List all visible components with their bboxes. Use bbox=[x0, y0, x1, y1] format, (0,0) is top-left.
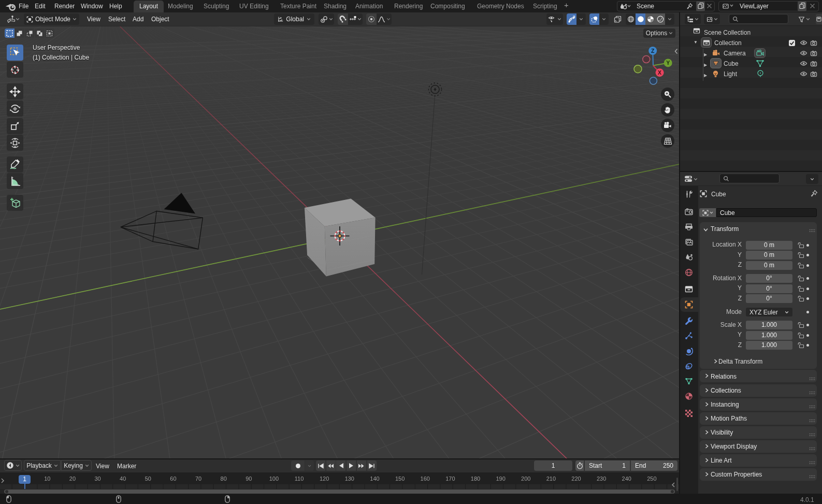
svg-text:Y: Y bbox=[666, 60, 670, 66]
svg-text:Z: Z bbox=[651, 48, 655, 54]
svg-text:X: X bbox=[658, 69, 661, 76]
